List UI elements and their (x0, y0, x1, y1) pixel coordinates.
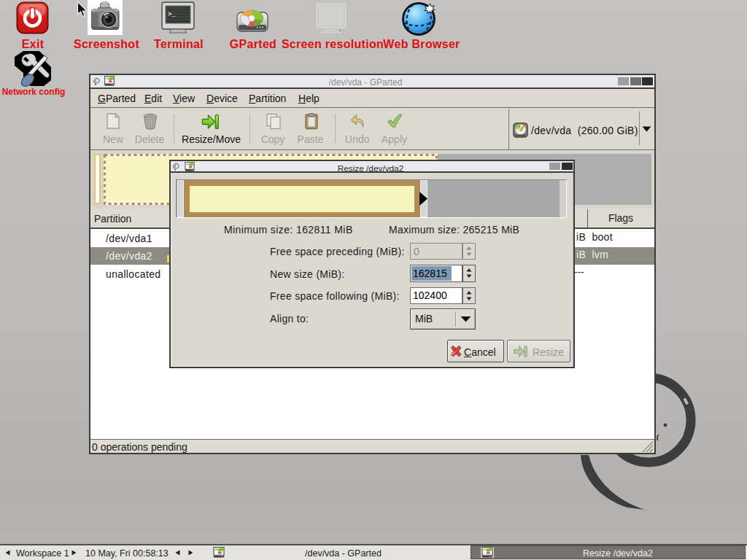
svg-text:>_: >_ (168, 11, 176, 18)
